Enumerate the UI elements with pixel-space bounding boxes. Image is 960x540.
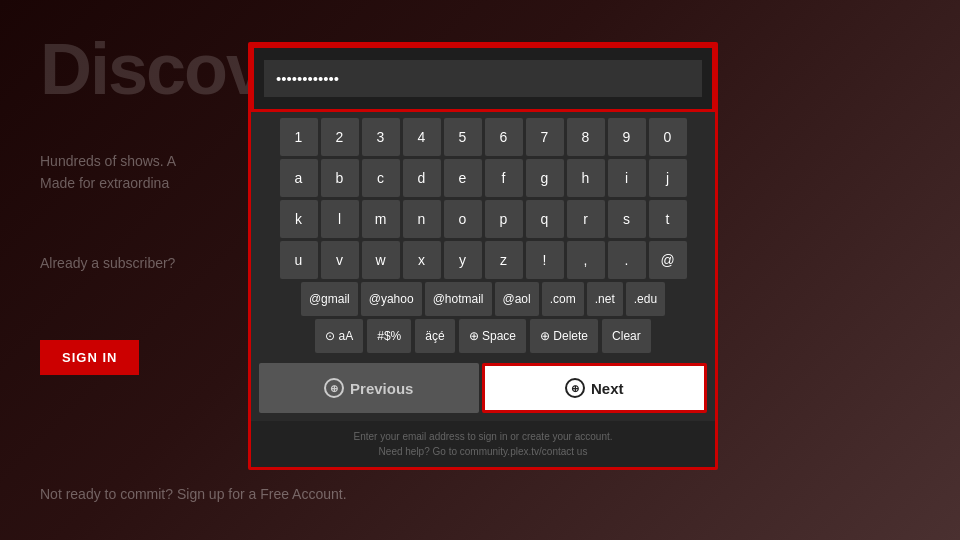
subscriber-text: Already a subscriber? [40,255,175,271]
key-comma[interactable]: , [567,241,605,279]
next-icon: ⊕ [565,378,585,398]
domain-edu[interactable]: .edu [626,282,665,316]
domain-gmail[interactable]: @gmail [301,282,358,316]
key-3[interactable]: 3 [362,118,400,156]
key-8[interactable]: 8 [567,118,605,156]
key-a[interactable]: a [280,159,318,197]
domain-yahoo[interactable]: @yahoo [361,282,422,316]
actions-row: ⊙ aA #$% äçé ⊕ Space ⊕ Delete Clear [259,319,707,353]
symbols-key[interactable]: #$% [367,319,411,353]
sign-in-button[interactable]: SIGN IN [40,340,139,375]
key-x[interactable]: x [403,241,441,279]
previous-icon: ⊕ [324,378,344,398]
key-j[interactable]: j [649,159,687,197]
key-k[interactable]: k [280,200,318,238]
row-a-j: a b c d e f g h i j [259,159,707,197]
key-r[interactable]: r [567,200,605,238]
previous-button[interactable]: ⊕ Previous [259,363,479,413]
key-p[interactable]: p [485,200,523,238]
input-wrapper [251,45,715,112]
key-g[interactable]: g [526,159,564,197]
email-input[interactable] [264,60,702,97]
key-5[interactable]: 5 [444,118,482,156]
key-7[interactable]: 7 [526,118,564,156]
background-subtitle: Hundreds of shows. A Made for extraordin… [40,150,176,195]
free-account-text: Not ready to commit? Sign up for a Free … [40,486,347,502]
next-label: Next [591,380,624,397]
key-s[interactable]: s [608,200,646,238]
key-t[interactable]: t [649,200,687,238]
key-e[interactable]: e [444,159,482,197]
number-row: 1 2 3 4 5 6 7 8 9 0 [259,118,707,156]
key-h[interactable]: h [567,159,605,197]
key-z[interactable]: z [485,241,523,279]
row-u-at: u v w x y z ! , . @ [259,241,707,279]
key-n[interactable]: n [403,200,441,238]
caps-key[interactable]: ⊙ aA [315,319,363,353]
key-d[interactable]: d [403,159,441,197]
key-period[interactable]: . [608,241,646,279]
keyboard-popup: 1 2 3 4 5 6 7 8 9 0 a b c d e f g h i j … [248,42,718,470]
key-c[interactable]: c [362,159,400,197]
key-q[interactable]: q [526,200,564,238]
domain-hotmail[interactable]: @hotmail [425,282,492,316]
key-y[interactable]: y [444,241,482,279]
key-v[interactable]: v [321,241,359,279]
row-k-t: k l m n o p q r s t [259,200,707,238]
key-6[interactable]: 6 [485,118,523,156]
domain-aol[interactable]: @aol [495,282,539,316]
delete-key[interactable]: ⊕ Delete [530,319,598,353]
key-o[interactable]: o [444,200,482,238]
space-key[interactable]: ⊕ Space [459,319,526,353]
key-b[interactable]: b [321,159,359,197]
key-f[interactable]: f [485,159,523,197]
popup-bottom-info: Enter your email address to sign in or c… [251,421,715,467]
key-exclaim[interactable]: ! [526,241,564,279]
previous-label: Previous [350,380,413,397]
key-0[interactable]: 0 [649,118,687,156]
key-4[interactable]: 4 [403,118,441,156]
key-l[interactable]: l [321,200,359,238]
domain-com[interactable]: .com [542,282,584,316]
key-at[interactable]: @ [649,241,687,279]
keyboard-rows: 1 2 3 4 5 6 7 8 9 0 a b c d e f g h i j … [251,112,715,360]
domain-row: @gmail @yahoo @hotmail @aol .com .net .e… [259,282,707,316]
nav-row: ⊕ Previous ⊕ Next [251,360,715,421]
clear-key[interactable]: Clear [602,319,651,353]
key-m[interactable]: m [362,200,400,238]
next-button[interactable]: ⊕ Next [482,363,708,413]
key-u[interactable]: u [280,241,318,279]
key-i[interactable]: i [608,159,646,197]
key-2[interactable]: 2 [321,118,359,156]
accents-key[interactable]: äçé [415,319,454,353]
key-w[interactable]: w [362,241,400,279]
key-9[interactable]: 9 [608,118,646,156]
key-1[interactable]: 1 [280,118,318,156]
domain-net[interactable]: .net [587,282,623,316]
